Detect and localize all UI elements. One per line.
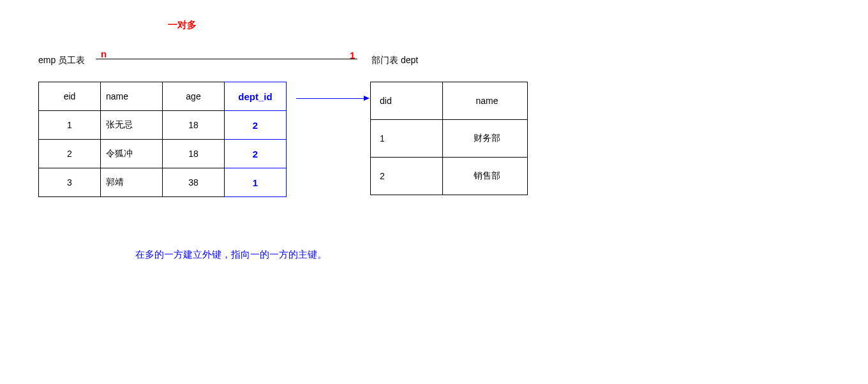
emp-cell: 1 [39, 111, 101, 140]
dept-table-label: 部门表 dept [371, 55, 418, 66]
table-row: did name [371, 82, 528, 120]
emp-table-label: emp 员工表 [38, 55, 85, 66]
emp-cell: 2 [39, 140, 101, 168]
emp-cell: 郭靖 [101, 168, 163, 197]
table-row: 1 财务部 [371, 120, 528, 158]
emp-cell-fk: 2 [225, 111, 287, 140]
fk-arrow-line [296, 98, 364, 99]
emp-header-age: age [163, 82, 225, 111]
emp-cell: 38 [163, 168, 225, 197]
table-row: 1 张无忌 18 2 [39, 111, 287, 140]
dept-cell: 1 [371, 120, 443, 158]
table-row: eid name age dept_id [39, 82, 287, 111]
emp-cell: 3 [39, 168, 101, 197]
relationship-n: n [101, 48, 107, 59]
emp-header-name: name [101, 82, 163, 111]
table-row: 2 销售部 [371, 158, 528, 195]
emp-cell: 令狐冲 [101, 140, 163, 168]
diagram-title: 一对多 [168, 19, 197, 31]
diagram-note: 在多的一方建立外键，指向一的一方的主键。 [135, 249, 327, 261]
emp-table: eid name age dept_id 1 张无忌 18 2 2 令狐冲 18… [38, 82, 287, 197]
relationship-1: 1 [350, 50, 355, 61]
emp-cell: 18 [163, 140, 225, 168]
emp-cell-fk: 1 [225, 168, 287, 197]
emp-cell: 18 [163, 111, 225, 140]
dept-header-did: did [371, 82, 443, 120]
emp-cell-fk: 2 [225, 140, 287, 168]
table-row: 2 令狐冲 18 2 [39, 140, 287, 168]
emp-cell: 张无忌 [101, 111, 163, 140]
dept-cell: 销售部 [443, 158, 528, 195]
relationship-line [96, 59, 357, 59]
dept-header-name: name [443, 82, 528, 120]
table-row: 3 郭靖 38 1 [39, 168, 287, 197]
fk-arrow-head-icon [364, 96, 370, 101]
dept-cell: 2 [371, 158, 443, 195]
dept-table: did name 1 财务部 2 销售部 [370, 82, 528, 195]
dept-cell: 财务部 [443, 120, 528, 158]
emp-header-eid: eid [39, 82, 101, 111]
emp-header-deptid: dept_id [225, 82, 287, 111]
